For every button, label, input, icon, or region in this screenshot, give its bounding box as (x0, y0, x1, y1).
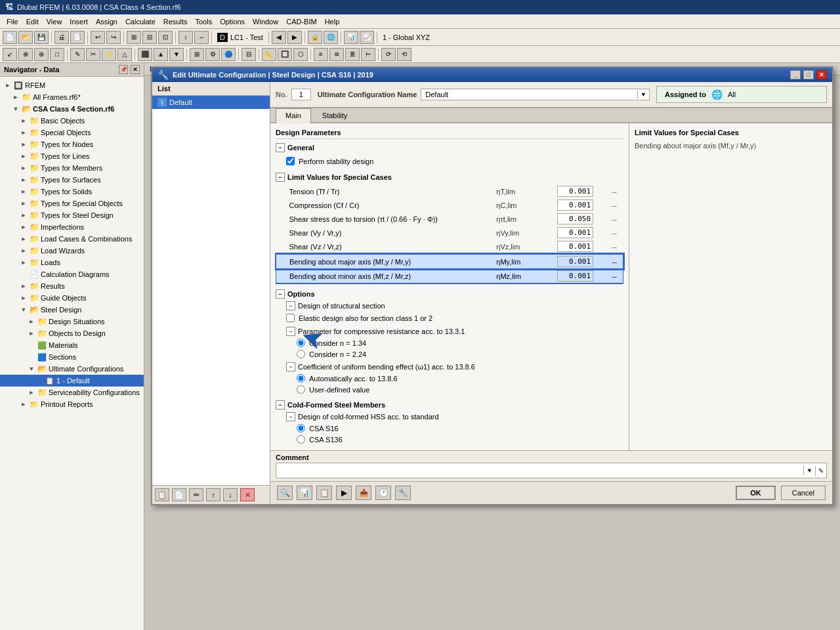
nav-ultimateconfig[interactable]: ▼ 📂 Ultimate Configurations (0, 363, 144, 375)
nav-typesspecial[interactable]: ► 📁 Types for Special Objects (0, 198, 144, 209)
tab-stability[interactable]: Stability (312, 108, 358, 122)
toolbar2-btn15[interactable]: ⊟ (242, 48, 256, 61)
dialog-close-button[interactable]: ✕ (816, 70, 827, 79)
toolbar2-btn6[interactable]: ✂ (86, 48, 100, 61)
toolbar2-btn20[interactable]: ≋ (329, 48, 344, 61)
nav-objectstodesign[interactable]: ► 📁 Objects to Design (0, 327, 144, 339)
toolbar-globe[interactable]: 🌐 (324, 31, 338, 44)
menu-options[interactable]: Options (216, 16, 249, 27)
nav-materials[interactable]: 🟩 Materials (0, 339, 144, 351)
nav-allframes-expand[interactable]: ► (10, 92, 21, 102)
auto-1386-radio[interactable] (297, 374, 305, 383)
toolbar2-btn7[interactable]: ⚡ (102, 48, 116, 61)
toolbar2-btn22[interactable]: ⊢ (361, 48, 375, 61)
list-copy-button[interactable]: 📄 (172, 488, 186, 501)
navigator-close[interactable]: ✕ (131, 65, 140, 74)
no-input[interactable] (291, 89, 311, 100)
cancel-button[interactable]: Cancel (781, 486, 826, 500)
lc-selector[interactable]: D LC1 - Test (215, 33, 266, 42)
comment-input[interactable] (276, 465, 803, 476)
toolbar2-btn24[interactable]: ⟲ (397, 48, 411, 61)
elastic-design-checkbox[interactable] (286, 314, 295, 322)
toolbar-open[interactable]: 📂 (18, 31, 33, 44)
menu-file[interactable]: File (3, 16, 22, 27)
structural-section-expand[interactable]: − (286, 301, 295, 310)
nav-calcdiagrams[interactable]: 📄 Calculation Diagrams (0, 268, 144, 280)
options-expand-btn[interactable]: − (276, 289, 285, 299)
toolbar2-btn21[interactable]: ≣ (345, 48, 360, 61)
csa-s136-radio[interactable] (297, 435, 305, 444)
toolbar-btn9[interactable]: ◀ (272, 31, 286, 44)
nav-csafile[interactable]: ▼ 📂 CSA Class 4 Section.rf6 (0, 103, 144, 115)
nav-printout[interactable]: ► 📁 Printout Reports (0, 398, 144, 410)
toolbar2-btn14[interactable]: 🔵 (221, 48, 236, 61)
nav-loadcasescomb[interactable]: ► 📁 Load Cases & Combinations (0, 233, 144, 245)
menu-insert[interactable]: Insert (66, 16, 92, 27)
dialog-maximize-button[interactable]: □ (803, 70, 814, 79)
menu-view[interactable]: View (43, 16, 66, 27)
nav-guideobj[interactable]: ► 📁 Guide Objects (0, 292, 144, 304)
consider-n134-radio[interactable] (297, 339, 305, 347)
list-move-down-button[interactable]: ↓ (223, 488, 238, 501)
toolbar-redo[interactable]: ↪ (106, 31, 121, 44)
nav-allframes[interactable]: ► 📁 All Frames.rf6* (0, 91, 144, 103)
footer-settings-btn[interactable]: 🔧 (395, 486, 411, 500)
comment-edit-btn[interactable]: ✎ (815, 466, 826, 476)
toolbar2-btn11[interactable]: ▼ (169, 48, 184, 61)
nav-csafile-expand[interactable]: ▼ (10, 104, 21, 114)
nav-1default[interactable]: 📋 1 - Default (0, 375, 144, 387)
uniform-bending-expand[interactable]: − (286, 362, 295, 371)
toolbar2-btn19[interactable]: ≡ (314, 48, 328, 61)
toolbar2-btn12[interactable]: ⊞ (190, 48, 204, 61)
toolbar2-btn1[interactable]: ↙ (3, 48, 17, 61)
bending-major-value[interactable] (555, 254, 609, 269)
nav-rfem-expand[interactable]: ► (3, 80, 13, 91)
nav-rfem[interactable]: ► 🔲 RFEM (0, 79, 144, 91)
toolbar-lock[interactable]: 🔒 (308, 31, 322, 44)
nav-basicobj-expand[interactable]: ► (18, 116, 29, 126)
cold-formed-hss-expand[interactable]: − (286, 412, 295, 421)
toolbar2-btn3[interactable]: ⊛ (34, 48, 49, 61)
toolbar2-btn23[interactable]: ⟳ (381, 48, 396, 61)
toolbar-btn10[interactable]: ▶ (287, 31, 302, 44)
navigator-pin[interactable]: 📌 (119, 65, 128, 74)
tension-value[interactable] (555, 184, 609, 198)
menu-results[interactable]: Results (159, 16, 192, 27)
toolbar-new[interactable]: 📄 (3, 31, 17, 44)
nav-typesforlines[interactable]: ► 📁 Types for Lines (0, 150, 144, 162)
footer-export-btn[interactable]: 📤 (356, 486, 371, 500)
list-rename-button[interactable]: ✏ (189, 488, 203, 501)
nav-typessteeldesign[interactable]: ► 📁 Types for Steel Design (0, 209, 144, 221)
nav-typesfornodes[interactable]: ► 📁 Types for Nodes (0, 138, 144, 150)
tab-main[interactable]: Main (276, 108, 311, 123)
toolbar2-btn2[interactable]: ⊕ (18, 48, 33, 61)
dialog-minimize-button[interactable]: _ (790, 70, 801, 79)
user-defined-radio[interactable] (297, 385, 305, 394)
shearvy-value[interactable] (555, 226, 609, 240)
bending-minor-value[interactable] (555, 269, 609, 284)
table-row-bending-major[interactable]: Bending about major axis (Mf,y / Mr,y) η… (276, 254, 623, 269)
nav-designsituations[interactable]: ► 📁 Design Situations (0, 316, 144, 327)
nav-basicobj[interactable]: ► 📁 Basic Objects (0, 115, 144, 127)
table-row-bending-minor[interactable]: Bending about minor axis (Mf,z / Mr,z) η… (276, 269, 623, 284)
cold-formed-expand-btn[interactable]: − (276, 400, 285, 410)
toolbar2-btn8[interactable]: △ (117, 48, 132, 61)
toolbar2-btn16[interactable]: 📐 (262, 48, 276, 61)
toolbar2-btn13[interactable]: ⚙ (205, 48, 220, 61)
nav-loads[interactable]: ► 📁 Loads (0, 257, 144, 268)
shearvz-value[interactable] (555, 240, 609, 254)
ok-button[interactable]: OK (736, 486, 776, 500)
menu-cadbim[interactable]: CAD-BIM (282, 16, 320, 27)
nav-specialobj[interactable]: ► 📁 Special Objects (0, 127, 144, 138)
nav-sections[interactable]: 🟦 Sections (0, 351, 144, 363)
limit-values-expand-btn[interactable]: − (276, 173, 285, 182)
menu-tools[interactable]: Tools (191, 16, 216, 27)
toolbar2-btn10[interactable]: ▲ (154, 48, 168, 61)
toolbar-print2[interactable]: 📑 (70, 31, 85, 44)
consider-n224-radio[interactable] (297, 350, 305, 358)
list-delete-button[interactable]: ✕ (240, 488, 255, 501)
toolbar-print[interactable]: 🖨 (54, 31, 69, 44)
footer-history-btn[interactable]: 🕐 (375, 486, 391, 500)
toolbar2-btn18[interactable]: ⬡ (293, 48, 308, 61)
footer-chart-btn[interactable]: 📊 (297, 486, 312, 500)
